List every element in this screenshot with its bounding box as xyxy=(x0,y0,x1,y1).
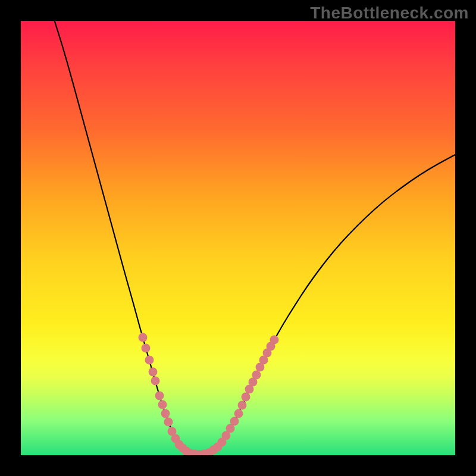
data-point xyxy=(155,392,164,400)
data-point xyxy=(252,371,261,380)
data-point xyxy=(161,409,170,418)
curve-layer xyxy=(21,21,455,455)
data-point xyxy=(164,418,173,427)
plot-area xyxy=(21,21,455,455)
data-point xyxy=(158,400,167,409)
data-point xyxy=(234,409,243,418)
data-point xyxy=(142,344,151,353)
watermark-text: TheBottleneck.com xyxy=(310,4,469,23)
data-point xyxy=(149,368,158,377)
data-point xyxy=(242,393,250,402)
bottleneck-curve xyxy=(54,21,455,455)
highlight-points-group xyxy=(139,333,279,456)
data-point xyxy=(145,356,154,365)
chart-frame: TheBottleneck.com xyxy=(0,0,476,476)
data-point xyxy=(238,401,247,410)
data-point xyxy=(270,336,279,345)
data-point xyxy=(139,333,148,342)
data-point xyxy=(151,377,160,386)
data-point xyxy=(230,417,239,426)
